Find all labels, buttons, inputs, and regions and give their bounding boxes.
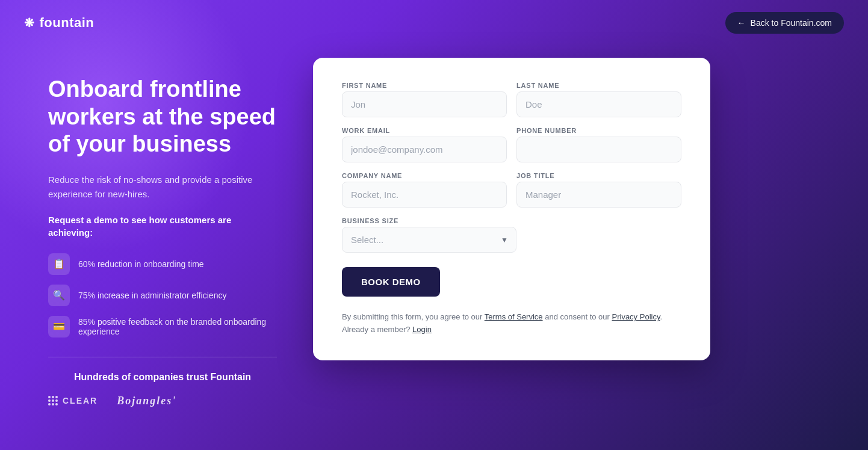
- list-item: 🔍 75% increase in administrator efficien…: [48, 285, 277, 306]
- logo: ❋ fountain: [24, 15, 94, 31]
- clear-logo: CLEAR: [48, 396, 98, 405]
- efficiency-icon: 🔍: [48, 285, 70, 306]
- left-panel: Onboard frontline workers at the speed o…: [48, 58, 277, 407]
- bojangles-logo: Bojangles': [117, 395, 176, 407]
- business-size-select-wrapper: Select... 1-50 51-200 201-1000 1000+ ▼: [342, 227, 516, 253]
- back-to-fountain-button[interactable]: ← Back to Fountain.com: [725, 12, 844, 34]
- phone-input[interactable]: [516, 137, 681, 162]
- feature-text-2: 75% increase in administrator efficiency: [78, 291, 226, 300]
- list-item: 📋 60% reduction in onboarding time: [48, 253, 277, 275]
- divider: [48, 357, 277, 357]
- demo-form: FIRST NAME LAST NAME WORK EMAIL PHONE NU…: [342, 82, 681, 336]
- list-item: 💳 85% positive feedback on the branded o…: [48, 316, 277, 338]
- book-demo-button[interactable]: BOOK DEMO: [342, 267, 440, 297]
- name-row: FIRST NAME LAST NAME: [342, 82, 681, 117]
- book-demo-label: BOOK DEMO: [361, 277, 421, 287]
- onboarding-time-icon: 📋: [48, 253, 70, 275]
- company-name-label: COMPANY NAME: [342, 172, 507, 179]
- feature-list: 📋 60% reduction in onboarding time 🔍 75%…: [48, 253, 277, 338]
- feature-text-1: 60% reduction in onboarding time: [78, 259, 204, 269]
- terms-of-service-link[interactable]: Terms of Service: [485, 312, 543, 321]
- first-name-group: FIRST NAME: [342, 82, 507, 117]
- phone-label: PHONE NUMBER: [516, 127, 681, 134]
- hero-cta: Request a demo to see how customers are …: [48, 214, 277, 239]
- main-content: Onboard frontline workers at the speed o…: [0, 46, 868, 419]
- back-arrow-icon: ←: [737, 18, 746, 28]
- job-title-group: JOB TITLE: [516, 172, 681, 208]
- hero-description: Reduce the risk of no-shows and provide …: [48, 173, 277, 202]
- hero-title: Onboard frontline workers at the speed o…: [48, 76, 277, 158]
- work-email-label: WORK EMAIL: [342, 127, 507, 134]
- login-link[interactable]: Login: [412, 325, 432, 334]
- first-name-input[interactable]: [342, 91, 507, 117]
- company-name-group: COMPANY NAME: [342, 172, 507, 208]
- header: ❋ fountain ← Back to Fountain.com: [0, 0, 868, 46]
- company-logos: CLEAR Bojangles': [48, 395, 277, 407]
- logo-text: fountain: [40, 15, 95, 31]
- feature-text-3: 85% positive feedback on the branded onb…: [78, 317, 277, 336]
- last-name-group: LAST NAME: [516, 82, 681, 117]
- work-email-group: WORK EMAIL: [342, 127, 507, 162]
- email-phone-row: WORK EMAIL PHONE NUMBER: [342, 127, 681, 162]
- business-size-select[interactable]: Select... 1-50 51-200 201-1000 1000+: [342, 227, 516, 253]
- first-name-label: FIRST NAME: [342, 82, 507, 89]
- company-name-input[interactable]: [342, 182, 507, 208]
- back-button-label: Back to Fountain.com: [751, 18, 832, 28]
- bojangles-logo-text: Bojangles': [117, 395, 176, 407]
- privacy-policy-link[interactable]: Privacy Policy: [612, 312, 660, 321]
- phone-group: PHONE NUMBER: [516, 127, 681, 162]
- last-name-input[interactable]: [516, 91, 681, 117]
- trust-title: Hundreds of companies trust Fountain: [48, 372, 277, 383]
- business-size-row: BUSINESS SIZE Select... 1-50 51-200 201-…: [342, 217, 681, 253]
- footer-text: By submitting this form, you agree to ou…: [342, 312, 485, 321]
- work-email-input[interactable]: [342, 137, 507, 162]
- job-title-label: JOB TITLE: [516, 172, 681, 179]
- business-size-label: BUSINESS SIZE: [342, 217, 516, 224]
- last-name-label: LAST NAME: [516, 82, 681, 89]
- form-footer: By submitting this form, you agree to ou…: [342, 311, 681, 336]
- clear-dots-icon: [48, 396, 59, 405]
- company-job-row: COMPANY NAME JOB TITLE: [342, 172, 681, 208]
- footer-mid: and consent to our: [543, 312, 612, 321]
- logo-icon: ❋: [24, 16, 35, 30]
- business-size-group: BUSINESS SIZE Select... 1-50 51-200 201-…: [342, 217, 516, 253]
- job-title-input[interactable]: [516, 182, 681, 208]
- clear-logo-text: CLEAR: [63, 396, 98, 405]
- form-card: FIRST NAME LAST NAME WORK EMAIL PHONE NU…: [313, 58, 710, 360]
- feedback-icon: 💳: [48, 316, 70, 338]
